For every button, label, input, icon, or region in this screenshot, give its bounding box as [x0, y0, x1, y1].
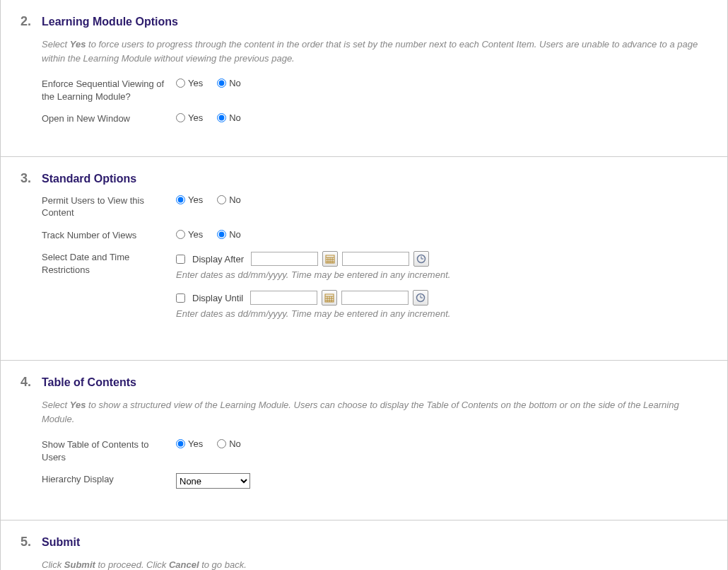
- clock-icon[interactable]: [413, 251, 429, 267]
- hierarchy-display-label: Hierarchy Display: [42, 473, 176, 486]
- radio-label-no: No: [229, 112, 241, 123]
- hierarchy-display-select[interactable]: None: [176, 473, 250, 489]
- permit-no-radio[interactable]: [217, 195, 226, 204]
- section-description: Click Submit to proceed. Click Cancel to…: [42, 558, 708, 570]
- display-after-checkbox[interactable]: [176, 255, 185, 264]
- enforce-sequential-label: Enforce Sequential Viewing of the Learni…: [42, 78, 176, 103]
- track-yes-radio[interactable]: [176, 230, 185, 239]
- enforce-no-radio[interactable]: [217, 78, 226, 88]
- enforce-yes-radio[interactable]: [176, 78, 185, 88]
- radio-label-no: No: [229, 229, 241, 240]
- display-until-checkbox[interactable]: [176, 293, 185, 303]
- section-submit: 5. Submit Click Submit to proceed. Click…: [0, 520, 728, 570]
- section-learning-module-options: 2. Learning Module Options Select Yes to…: [0, 0, 728, 157]
- step-number: 3.: [20, 171, 42, 186]
- track-views-label: Track Number of Views: [42, 229, 176, 242]
- step-number: 4.: [20, 375, 42, 390]
- step-title: Standard Options: [42, 173, 136, 185]
- section-description: Select Yes to force users to progress th…: [42, 37, 708, 65]
- display-until-label: Display Until: [192, 293, 243, 303]
- permit-yes-radio[interactable]: [176, 195, 185, 204]
- radio-label-yes: Yes: [188, 438, 203, 449]
- clock-icon[interactable]: [413, 290, 428, 306]
- step-title: Table of Contents: [42, 376, 136, 389]
- step-number: 2.: [20, 14, 42, 29]
- radio-label-no: No: [229, 438, 241, 449]
- radio-label-no: No: [229, 194, 241, 205]
- show-toc-yes-radio[interactable]: [176, 439, 185, 448]
- display-until-date-input[interactable]: [250, 291, 317, 305]
- radio-label-no: No: [229, 78, 241, 88]
- radio-label-yes: Yes: [188, 229, 203, 240]
- open-new-window-yes-radio[interactable]: [176, 113, 185, 122]
- calendar-icon[interactable]: [322, 290, 337, 306]
- radio-label-yes: Yes: [188, 194, 203, 205]
- display-after-date-input[interactable]: [251, 252, 318, 266]
- date-restrictions-label: Select Date and Time Restrictions: [42, 251, 176, 276]
- step-title: Learning Module Options: [42, 16, 178, 28]
- section-description: Select Yes to show a structured view of …: [42, 398, 708, 426]
- display-after-label: Display After: [192, 254, 244, 264]
- display-after-time-input[interactable]: [342, 252, 409, 266]
- date-format-hint: Enter dates as dd/mm/yyyy. Time may be e…: [176, 269, 450, 280]
- radio-label-yes: Yes: [188, 112, 203, 123]
- radio-label-yes: Yes: [188, 78, 203, 88]
- section-table-of-contents: 4. Table of Contents Select Yes to show …: [0, 361, 728, 520]
- show-toc-label: Show Table of Contents to Users: [42, 438, 176, 463]
- step-number: 5.: [20, 535, 42, 549]
- section-standard-options: 3. Standard Options Permit Users to View…: [0, 157, 728, 361]
- open-new-window-label: Open in New Window: [42, 112, 176, 125]
- calendar-icon[interactable]: [322, 251, 338, 267]
- show-toc-no-radio[interactable]: [217, 439, 226, 448]
- track-no-radio[interactable]: [217, 230, 226, 239]
- permit-view-label: Permit Users to View this Content: [42, 194, 176, 219]
- display-until-time-input[interactable]: [341, 291, 409, 305]
- step-title: Submit: [42, 536, 80, 549]
- open-new-window-no-radio[interactable]: [217, 113, 226, 122]
- date-format-hint: Enter dates as dd/mm/yyyy. Time may be e…: [176, 308, 450, 319]
